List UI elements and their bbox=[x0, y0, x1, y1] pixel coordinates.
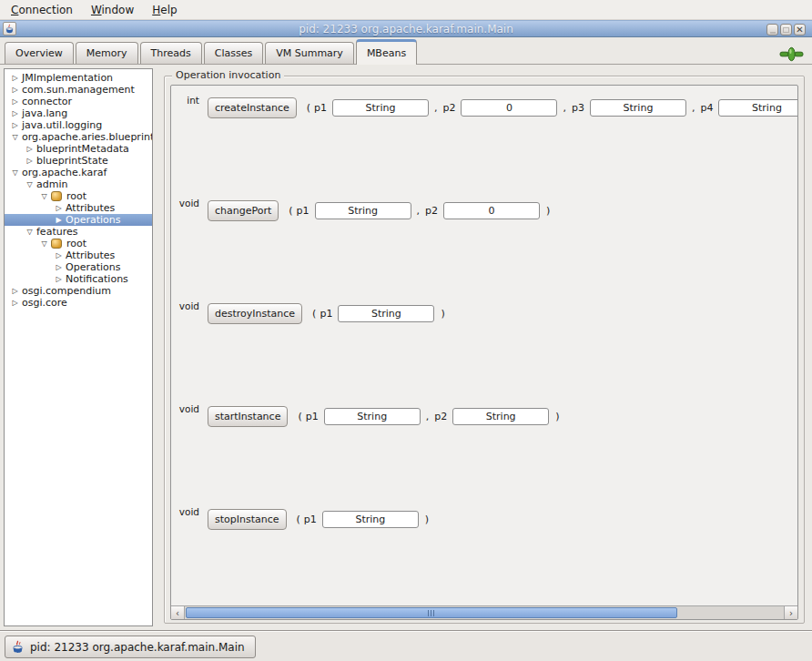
jconsole-window: { "menu_bar": { "items": [ { "label": "C… bbox=[0, 0, 812, 661]
invoke-stopInstance-button[interactable]: stopInstance bbox=[208, 509, 287, 530]
createInstance-p1-input[interactable] bbox=[332, 99, 429, 117]
tree-node-label: admin bbox=[36, 178, 67, 190]
startInstance-p1-input[interactable] bbox=[324, 408, 421, 425]
menu-window[interactable]: Window bbox=[82, 0, 143, 19]
tree-node-root[interactable]: ▽root bbox=[5, 190, 152, 202]
param-name-p4: p4 bbox=[700, 102, 713, 114]
tab-threads[interactable]: Threads bbox=[140, 42, 202, 64]
tab-memory[interactable]: Memory bbox=[76, 42, 138, 64]
tree-node-operations[interactable]: ▷Operations bbox=[5, 261, 152, 273]
param-name-p1: p1 bbox=[314, 102, 327, 114]
collapsed-arrow-icon[interactable]: ▷ bbox=[23, 143, 36, 155]
expanded-arrow-icon[interactable]: ▽ bbox=[8, 131, 22, 143]
changePort-p1-input[interactable] bbox=[315, 202, 411, 219]
tree-node-label: java.util.logging bbox=[22, 119, 102, 131]
param-separator: , bbox=[434, 102, 438, 114]
scrollbar-track[interactable] bbox=[185, 606, 784, 619]
tree-node-label: org.apache.karaf bbox=[22, 167, 107, 178]
status-bar: pid: 21233 org.apache.karaf.main.Main bbox=[0, 630, 812, 661]
operation-row-startInstance: voidstartInstance(p1,p2) bbox=[175, 405, 797, 427]
tree-node-org-apache-aries-blueprint[interactable]: ▽org.apache.aries.blueprint bbox=[5, 131, 152, 143]
tree-node-connector[interactable]: ▷connector bbox=[5, 96, 152, 107]
collapsed-arrow-icon[interactable]: ▶ bbox=[52, 214, 66, 226]
collapsed-arrow-icon[interactable]: ▷ bbox=[52, 202, 66, 214]
frame-menu-button[interactable] bbox=[3, 22, 16, 36]
frame-taskbar-button[interactable]: pid: 21233 org.apache.karaf.main.Main bbox=[5, 636, 256, 658]
invoke-startInstance-button[interactable]: startInstance bbox=[208, 406, 288, 427]
java-cup-icon bbox=[11, 640, 25, 654]
operation-return-type: void bbox=[178, 198, 199, 208]
tree-node-osgi-compendium[interactable]: ▷osgi.compendium bbox=[5, 285, 152, 297]
operation-row-destroyInstance: voiddestroyInstance(p1) bbox=[175, 302, 797, 324]
tab-overview[interactable]: Overview bbox=[5, 42, 74, 64]
collapsed-arrow-icon[interactable]: ▷ bbox=[8, 84, 22, 96]
expanded-arrow-icon[interactable]: ▽ bbox=[8, 167, 22, 178]
maximize-button[interactable] bbox=[780, 24, 792, 36]
collapsed-arrow-icon[interactable]: ▷ bbox=[8, 297, 22, 309]
tree-node-blueprintstate[interactable]: ▷blueprintState bbox=[5, 155, 152, 167]
tree-node-root[interactable]: ▽root bbox=[5, 238, 152, 249]
tree-node-jmimplementation[interactable]: ▷JMImplementation bbox=[5, 72, 152, 84]
collapsed-arrow-icon[interactable]: ▷ bbox=[52, 261, 66, 273]
invoke-changePort-button[interactable]: changePort bbox=[208, 200, 279, 221]
scrollbar-grip-icon bbox=[431, 610, 431, 616]
close-button[interactable]: ✕ bbox=[794, 24, 806, 36]
scrollbar-thumb[interactable] bbox=[186, 607, 677, 618]
tab-mbeans[interactable]: MBeans bbox=[356, 39, 417, 65]
tree-node-operations[interactable]: ▶Operations bbox=[5, 214, 152, 226]
param-name-p2: p2 bbox=[425, 205, 438, 217]
expanded-arrow-icon[interactable]: ▽ bbox=[23, 226, 36, 238]
tree-node-label: Attributes bbox=[66, 202, 115, 214]
operation-return-type: void bbox=[178, 300, 199, 311]
param-separator: , bbox=[563, 102, 566, 114]
scroll-left-button[interactable]: ‹ bbox=[171, 606, 185, 619]
operation-row-stopInstance: voidstopInstance(p1) bbox=[175, 508, 797, 530]
tree-node-label: features bbox=[36, 226, 77, 238]
menu-connection[interactable]: Connection bbox=[2, 0, 82, 19]
window-title: pid: 21233 org.apache.karaf.main.Main bbox=[0, 23, 812, 36]
invoke-createInstance-button[interactable]: createInstance bbox=[208, 97, 297, 118]
startInstance-p2-input[interactable] bbox=[452, 408, 549, 425]
expanded-arrow-icon[interactable]: ▽ bbox=[37, 238, 51, 249]
tree-node-admin[interactable]: ▽admin bbox=[5, 178, 152, 190]
invoke-destroyInstance-button[interactable]: destroyInstance bbox=[208, 303, 302, 324]
tree-node-attributes[interactable]: ▷Attributes bbox=[5, 249, 152, 261]
createInstance-p2-input[interactable] bbox=[461, 99, 557, 117]
tree-node-features[interactable]: ▽features bbox=[5, 226, 152, 238]
tree-node-com-sun-management[interactable]: ▷com.sun.management bbox=[5, 84, 152, 96]
scroll-right-button[interactable]: › bbox=[784, 606, 797, 619]
tab-classes[interactable]: Classes bbox=[204, 42, 263, 64]
tree-node-org-apache-karaf[interactable]: ▽org.apache.karaf bbox=[5, 167, 152, 178]
scrollbar-grip-icon bbox=[428, 610, 429, 616]
open-paren: ( bbox=[297, 514, 300, 525]
collapsed-arrow-icon[interactable]: ▷ bbox=[52, 273, 66, 285]
chevron-right-icon: › bbox=[789, 608, 793, 618]
createInstance-p3-input[interactable] bbox=[590, 99, 686, 117]
collapsed-arrow-icon[interactable]: ▷ bbox=[8, 96, 22, 107]
menu-help[interactable]: Help bbox=[143, 0, 186, 19]
expanded-arrow-icon[interactable]: ▽ bbox=[23, 178, 36, 190]
minimize-button[interactable] bbox=[766, 24, 778, 36]
collapsed-arrow-icon[interactable]: ▷ bbox=[8, 119, 22, 131]
destroyInstance-p1-input[interactable] bbox=[338, 305, 434, 322]
collapsed-arrow-icon[interactable]: ▷ bbox=[8, 285, 22, 297]
expanded-arrow-icon[interactable]: ▽ bbox=[37, 190, 51, 202]
tree-node-label: org.apache.aries.blueprint bbox=[22, 131, 153, 143]
scrollbar-grip-icon bbox=[433, 610, 434, 616]
tree-node-attributes[interactable]: ▷Attributes bbox=[5, 202, 152, 214]
collapsed-arrow-icon[interactable]: ▷ bbox=[8, 107, 22, 119]
tree-node-java-lang[interactable]: ▷java.lang bbox=[5, 107, 152, 119]
changePort-p2-input[interactable] bbox=[443, 202, 540, 219]
tree-node-java-util-logging[interactable]: ▷java.util.logging bbox=[5, 119, 152, 131]
stopInstance-p1-input[interactable] bbox=[322, 511, 419, 528]
tree-node-notifications[interactable]: ▷Notifications bbox=[5, 273, 152, 285]
tab-vm-summary[interactable]: VM Summary bbox=[265, 42, 354, 64]
collapsed-arrow-icon[interactable]: ▷ bbox=[23, 155, 36, 167]
collapsed-arrow-icon[interactable]: ▷ bbox=[52, 249, 66, 261]
tree-node-osgi-core[interactable]: ▷osgi.core bbox=[5, 297, 152, 309]
createInstance-p4-input[interactable] bbox=[718, 99, 797, 117]
tab-bar: OverviewMemoryThreadsClassesVM SummaryMB… bbox=[0, 37, 812, 64]
collapsed-arrow-icon[interactable]: ▷ bbox=[8, 72, 22, 84]
tree-node-label: root bbox=[66, 190, 86, 202]
tree-node-blueprintmetadata[interactable]: ▷blueprintMetadata bbox=[5, 143, 152, 155]
